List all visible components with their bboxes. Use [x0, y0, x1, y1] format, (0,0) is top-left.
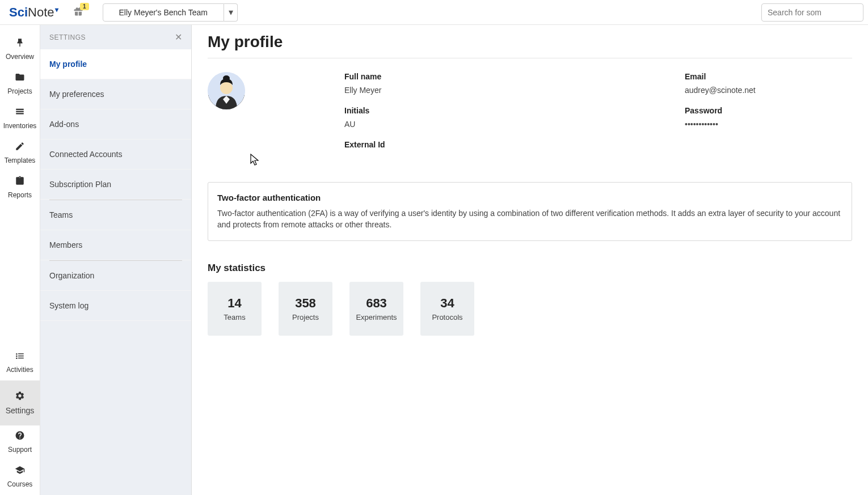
email-value[interactable]: audrey@scinote.net [685, 86, 756, 95]
nav-activities-label: Activities [6, 366, 33, 374]
svg-point-1 [220, 82, 233, 94]
app-logo[interactable]: SciNote▾ [9, 5, 58, 20]
help-icon [15, 430, 25, 443]
stat-teams-label: Teams [224, 313, 245, 321]
password-label: Password [685, 106, 756, 115]
two-factor-description: Two-factor authentication (2FA) is a way… [217, 208, 842, 230]
team-selector[interactable]: Elly Meyer's Bench Team ▾ [103, 3, 238, 22]
nav-overview[interactable]: Overview [0, 33, 40, 67]
stat-projects-value: 358 [295, 296, 316, 311]
chevron-down-icon[interactable]: ▾ [224, 3, 238, 22]
nav-projects[interactable]: Projects [0, 67, 40, 102]
nav-support[interactable]: Support [0, 426, 40, 460]
stats-title: My statistics [208, 263, 852, 274]
stat-protocols-label: Protocols [432, 313, 462, 321]
left-navigation: Overview Projects Inventories Templates … [0, 25, 40, 495]
stat-experiments-value: 683 [366, 296, 387, 311]
settings-organization[interactable]: Organization [40, 261, 191, 291]
gear-icon [15, 391, 25, 404]
external-id-label: External Id [344, 140, 685, 149]
folder-icon [15, 72, 25, 85]
settings-system-log[interactable]: System log [40, 291, 191, 321]
nav-overview-label: Overview [6, 53, 34, 61]
gift-badge: 1 [80, 3, 89, 10]
nav-reports[interactable]: Reports [0, 171, 40, 206]
svg-point-2 [223, 75, 230, 81]
settings-sidebar: SETTINGS ✕ My profile My preferences Add… [40, 25, 192, 495]
nav-activities[interactable]: Activities [0, 346, 40, 380]
settings-my-preferences[interactable]: My preferences [40, 79, 191, 109]
full-name-label: Full name [344, 72, 685, 81]
logo-note-text: Note [28, 5, 54, 20]
settings-subscription-plan[interactable]: Subscription Plan [40, 170, 191, 200]
clipboard-icon [15, 176, 25, 189]
password-value[interactable]: •••••••••••• [685, 120, 756, 129]
stat-teams-value: 14 [227, 296, 241, 311]
stat-projects-label: Projects [292, 313, 319, 321]
initials-value[interactable]: AU [344, 120, 685, 129]
top-bar: SciNote▾ 1 Elly Meyer's Bench Team ▾ [0, 0, 868, 25]
nav-inventories[interactable]: Inventories [0, 102, 40, 137]
nav-templates[interactable]: Templates [0, 137, 40, 171]
stat-protocols-value: 34 [440, 296, 454, 311]
nav-courses-label: Courses [7, 480, 33, 488]
two-factor-card: Two-factor authentication Two-factor aut… [208, 182, 852, 241]
settings-addons[interactable]: Add-ons [40, 109, 191, 139]
close-icon[interactable]: ✕ [175, 32, 183, 43]
avatar[interactable] [208, 72, 245, 109]
graduation-icon [15, 465, 25, 478]
activity-icon [15, 350, 25, 363]
stats-row: 14 Teams 358 Projects 683 Experiments 34… [208, 282, 852, 336]
two-factor-title: Two-factor authentication [217, 193, 842, 202]
nav-support-label: Support [8, 446, 32, 454]
pin-icon [15, 37, 25, 50]
nav-templates-label: Templates [5, 156, 36, 164]
stat-experiments: 683 Experiments [349, 282, 403, 336]
team-selector-value: Elly Meyer's Bench Team [103, 3, 224, 22]
email-label: Email [685, 72, 756, 81]
settings-teams[interactable]: Teams [40, 200, 191, 230]
stat-protocols: 34 Protocols [420, 282, 474, 336]
logo-tick-icon: ▾ [55, 6, 58, 14]
settings-members[interactable]: Members [40, 230, 191, 260]
nav-reports-label: Reports [8, 191, 32, 199]
logo-sci-text: Sci [9, 5, 28, 20]
nav-settings[interactable]: Settings [0, 380, 40, 426]
edit-icon [15, 141, 25, 154]
search-input[interactable] [761, 3, 863, 22]
stat-experiments-label: Experiments [356, 313, 397, 321]
page-title: My profile [208, 33, 852, 58]
list-icon [15, 107, 25, 120]
settings-my-profile[interactable]: My profile [40, 49, 191, 79]
initials-label: Initials [344, 106, 685, 115]
nav-inventories-label: Inventories [3, 122, 37, 130]
stat-projects: 358 Projects [279, 282, 332, 336]
main-content: My profile Full name Elly Meyer [192, 25, 868, 495]
settings-connected-accounts[interactable]: Connected Accounts [40, 139, 191, 170]
settings-header-label: SETTINGS [49, 33, 86, 41]
nav-courses[interactable]: Courses [0, 460, 40, 495]
stat-teams: 14 Teams [208, 282, 262, 336]
nav-settings-label: Settings [6, 406, 35, 415]
full-name-value[interactable]: Elly Meyer [344, 86, 685, 95]
nav-projects-label: Projects [7, 87, 32, 95]
gift-button[interactable]: 1 [73, 6, 83, 19]
